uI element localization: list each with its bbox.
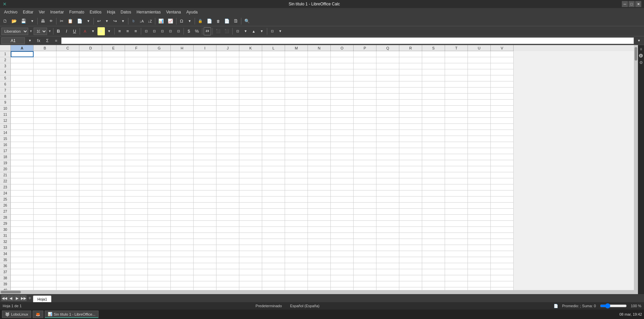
cell-T10[interactable] [445,106,468,112]
cell-Q29[interactable] [376,221,399,227]
cell-B35[interactable] [34,257,56,263]
cell-M30[interactable] [285,227,308,233]
chart2-button[interactable]: 📈 [166,17,175,25]
cell-A28[interactable] [11,215,34,221]
row-number-7[interactable]: 7 [0,87,11,94]
cell-B26[interactable] [34,203,56,209]
cell-M16[interactable] [285,142,308,148]
cell-J8[interactable] [216,94,239,100]
cell-C12[interactable] [56,118,79,124]
cell-S29[interactable] [422,221,445,227]
col-header-G[interactable]: G [148,45,171,51]
cell-G40[interactable] [148,287,171,290]
cell-D31[interactable] [79,233,102,239]
cell-E34[interactable] [102,251,125,257]
minimize-button[interactable]: ─ [622,1,628,7]
cell-N3[interactable] [308,63,331,69]
cell-K26[interactable] [239,203,262,209]
menu-herramientas[interactable]: Herramientas [134,8,163,16]
cell-C14[interactable] [56,130,79,136]
row-number-2[interactable]: 2 [0,57,11,63]
cell-J40[interactable] [216,287,239,290]
cell-I15[interactable] [194,136,216,142]
cell-S24[interactable] [422,190,445,197]
cell-I23[interactable] [194,184,216,190]
date-button[interactable]: 23 [204,27,211,35]
menu-hoja[interactable]: Hoja [104,8,118,16]
cell-C30[interactable] [56,227,79,233]
cell-N16[interactable] [308,142,331,148]
special-char-button[interactable]: Ω [178,17,185,25]
cell-P24[interactable] [354,190,376,197]
cell-M38[interactable] [285,275,308,281]
cell-A37[interactable] [11,269,34,275]
cell-N10[interactable] [308,106,331,112]
cell-V28[interactable] [491,215,514,221]
cell-C11[interactable] [56,112,79,118]
cell-O25[interactable] [331,197,354,203]
cell-C33[interactable] [56,245,79,251]
col-header-V[interactable]: V [491,45,514,51]
sort-desc-button[interactable]: ↓Z [146,17,154,25]
cell-I14[interactable] [194,130,216,136]
cell-I21[interactable] [194,172,216,178]
cell-R2[interactable] [399,57,422,63]
cell-M32[interactable] [285,239,308,245]
cell-T27[interactable] [445,209,468,215]
cell-J35[interactable] [216,257,239,263]
cell-B1[interactable] [34,51,56,57]
cell-Q28[interactable] [376,215,399,221]
cell-G38[interactable] [148,275,171,281]
cell-C34[interactable] [56,251,79,257]
cell-S30[interactable] [422,227,445,233]
cell-H6[interactable] [171,81,194,87]
cell-K13[interactable] [239,124,262,130]
cell-S3[interactable] [422,63,445,69]
cell-V36[interactable] [491,263,514,269]
dec-dec-button[interactable]: ⬛ [214,27,222,35]
cell-Q5[interactable] [376,75,399,81]
cell-E20[interactable] [102,166,125,172]
cell-R29[interactable] [399,221,422,227]
menu-ayuda[interactable]: Ayuda [184,8,200,16]
cell-A21[interactable] [11,172,34,178]
cell-L5[interactable] [262,75,285,81]
cell-D1[interactable] [79,51,102,57]
cell-M24[interactable] [285,190,308,197]
cell-G15[interactable] [148,136,171,142]
cell-O26[interactable] [331,203,354,209]
align-left-button[interactable]: ≡ [116,27,123,35]
cell-L22[interactable] [262,178,285,184]
cell-R18[interactable] [399,154,422,160]
cell-T14[interactable] [445,130,468,136]
cell-F2[interactable] [125,57,148,63]
cell-B30[interactable] [34,227,56,233]
cell-T6[interactable] [445,81,468,87]
cell-Q17[interactable] [376,148,399,154]
cell-V4[interactable] [491,69,514,75]
cell-P38[interactable] [354,275,376,281]
cell-Q26[interactable] [376,203,399,209]
cell-B22[interactable] [34,178,56,184]
cell-G32[interactable] [148,239,171,245]
cell-O17[interactable] [331,148,354,154]
cell-P29[interactable] [354,221,376,227]
cell-C16[interactable] [56,142,79,148]
cell-U19[interactable] [468,160,491,166]
cell-B4[interactable] [34,69,56,75]
cell-C31[interactable] [56,233,79,239]
cell-T16[interactable] [445,142,468,148]
row-number-30[interactable]: 30 [0,227,11,233]
cell-E24[interactable] [102,190,125,197]
cell-H32[interactable] [171,239,194,245]
row-number-26[interactable]: 26 [0,203,11,209]
cell-L17[interactable] [262,148,285,154]
cell-N4[interactable] [308,69,331,75]
cell-F3[interactable] [125,63,148,69]
cell-A15[interactable] [11,136,34,142]
cell-I40[interactable] [194,287,216,290]
cell-L34[interactable] [262,251,285,257]
row-number-27[interactable]: 27 [0,209,11,215]
cell-T33[interactable] [445,245,468,251]
wrap-button[interactable]: ⊡ [151,27,158,35]
